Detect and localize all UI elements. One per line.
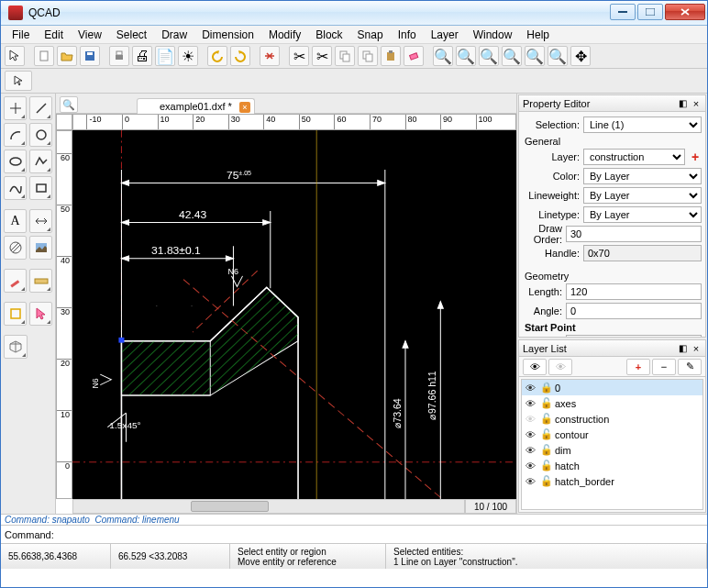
- lineweight-dropdown[interactable]: By Layer: [583, 187, 702, 204]
- layer-visibility-icon[interactable]: 👁: [524, 476, 537, 487]
- line-tool[interactable]: [29, 96, 52, 120]
- window-minimize-button[interactable]: [610, 4, 636, 20]
- arc-tool[interactable]: [4, 123, 27, 147]
- layer-show-all-button[interactable]: 👁: [523, 359, 547, 375]
- menu-layer[interactable]: Layer: [424, 27, 466, 43]
- redo-button[interactable]: [230, 46, 250, 66]
- layer-row[interactable]: 👁🔓construction: [522, 411, 702, 427]
- zoom-window-button[interactable]: 🔍: [548, 46, 568, 66]
- layer-row[interactable]: 👁🔓axes: [522, 395, 702, 411]
- zoom-in-button[interactable]: 🔍: [456, 46, 476, 66]
- open-file-button[interactable]: [57, 46, 77, 66]
- paste-button[interactable]: [381, 46, 401, 66]
- zoom-previous-button[interactable]: 🔍: [433, 46, 453, 66]
- angle-field[interactable]: [566, 303, 702, 319]
- menu-view[interactable]: View: [71, 27, 109, 43]
- tool-options-pointer[interactable]: [5, 71, 32, 91]
- copy-reference-button[interactable]: ✂: [312, 46, 332, 66]
- panel-pin-icon[interactable]: ◧: [677, 98, 688, 109]
- layer-row[interactable]: 👁🔓hatch_border: [522, 473, 702, 489]
- document-tab[interactable]: example01.dxf * ×: [137, 98, 255, 114]
- layer-visibility-icon[interactable]: 👁: [524, 398, 537, 409]
- text-tool[interactable]: A: [4, 209, 27, 233]
- length-field[interactable]: [566, 283, 702, 300]
- select-tool[interactable]: [29, 302, 52, 326]
- layer-lock-icon[interactable]: 🔓: [540, 475, 551, 487]
- layer-row[interactable]: 👁🔒0: [522, 380, 702, 395]
- layer-lock-icon[interactable]: 🔓: [540, 397, 551, 409]
- menu-info[interactable]: Info: [391, 27, 424, 43]
- selection-dropdown[interactable]: Line (1): [583, 116, 702, 133]
- isometric-tool[interactable]: [4, 335, 28, 359]
- menu-dimension[interactable]: Dimension: [194, 27, 261, 43]
- menu-window[interactable]: Window: [466, 27, 520, 43]
- add-layer-button[interactable]: +: [689, 150, 702, 164]
- dimension-tool[interactable]: [29, 209, 52, 233]
- pan-button[interactable]: ✥: [570, 46, 591, 66]
- menu-modify[interactable]: Modify: [261, 27, 308, 43]
- menu-select[interactable]: Select: [109, 27, 154, 43]
- print-button[interactable]: [109, 46, 129, 66]
- shape-tool[interactable]: [29, 176, 52, 200]
- panel-close-icon[interactable]: ×: [691, 98, 702, 109]
- color-dropdown[interactable]: By Layer: [583, 168, 702, 184]
- zoom-auto-button[interactable]: 🔍: [502, 46, 522, 66]
- layer-visibility-icon[interactable]: 👁: [524, 445, 537, 456]
- circle-tool[interactable]: [29, 123, 52, 147]
- zoom-out-button[interactable]: 🔍: [479, 46, 499, 66]
- hatch-tool[interactable]: [4, 236, 27, 260]
- layer-hide-all-button[interactable]: 👁: [548, 359, 572, 375]
- start-x-field[interactable]: [566, 335, 702, 337]
- layer-list[interactable]: 👁🔒0👁🔓axes👁🔓construction👁🔓contour👁🔓dim👁🔓h…: [521, 379, 703, 510]
- menu-edit[interactable]: Edit: [37, 27, 71, 43]
- tab-search-icon[interactable]: 🔍: [60, 96, 78, 113]
- new-file-button[interactable]: [34, 46, 54, 66]
- layer-visibility-icon[interactable]: 👁: [524, 460, 537, 472]
- layer-lock-icon[interactable]: 🔒: [540, 382, 551, 394]
- menu-draw[interactable]: Draw: [154, 27, 194, 43]
- layer-visibility-icon[interactable]: 👁: [524, 429, 537, 440]
- drawing-canvas[interactable]: 75±.05 42.43 31.83±0.1 1.5x45° ⌀73.64 ⌀9…: [72, 130, 516, 499]
- layer-lock-icon[interactable]: 🔓: [540, 460, 551, 472]
- menu-help[interactable]: Help: [519, 27, 557, 43]
- undo-button[interactable]: [207, 46, 227, 66]
- menu-snap[interactable]: Snap: [350, 27, 391, 43]
- image-tool[interactable]: [29, 236, 52, 260]
- menu-file[interactable]: File: [5, 27, 37, 43]
- point-tool[interactable]: [4, 96, 27, 120]
- layer-lock-icon[interactable]: 🔓: [540, 428, 551, 440]
- command-input[interactable]: [58, 529, 703, 540]
- layer-visibility-icon[interactable]: 👁: [524, 414, 537, 425]
- modify-tool[interactable]: [4, 269, 27, 293]
- layer-add-button[interactable]: +: [626, 359, 650, 375]
- layer-row[interactable]: 👁🔓contour: [522, 427, 702, 442]
- ellipse-tool[interactable]: [4, 150, 27, 173]
- layer-remove-button[interactable]: −: [652, 359, 676, 375]
- copy-button[interactable]: [335, 46, 355, 66]
- delete-button[interactable]: [260, 46, 280, 66]
- panel-pin-icon[interactable]: ◧: [677, 343, 688, 354]
- save-button[interactable]: [80, 46, 100, 66]
- window-close-button[interactable]: [665, 4, 705, 20]
- eraser-button[interactable]: [404, 46, 424, 66]
- layer-edit-button[interactable]: ✎: [678, 359, 702, 375]
- print-preview-button[interactable]: 📄: [155, 46, 175, 66]
- cut-button[interactable]: ✂: [289, 46, 309, 66]
- layer-dropdown[interactable]: construction: [583, 149, 685, 165]
- measure-tool[interactable]: [29, 269, 52, 293]
- copy-with-reference-button[interactable]: [358, 46, 378, 66]
- draworder-field[interactable]: [566, 226, 702, 242]
- page-layout-button[interactable]: 🖨: [132, 46, 152, 66]
- horizontal-scrollbar[interactable]: [72, 499, 465, 514]
- block-tool[interactable]: [4, 302, 27, 326]
- menu-block[interactable]: Block: [308, 27, 349, 43]
- panel-close-icon[interactable]: ×: [691, 343, 702, 354]
- tab-close-icon[interactable]: ×: [239, 102, 250, 113]
- sunburst-icon[interactable]: ☀: [178, 46, 198, 66]
- layer-lock-icon[interactable]: 🔓: [540, 444, 551, 456]
- pointer-tool[interactable]: [5, 46, 25, 66]
- window-maximize-button[interactable]: [637, 4, 663, 20]
- layer-visibility-icon[interactable]: 👁: [524, 383, 537, 394]
- layer-row[interactable]: 👁🔓dim: [522, 442, 702, 458]
- polyline-tool[interactable]: [29, 150, 52, 173]
